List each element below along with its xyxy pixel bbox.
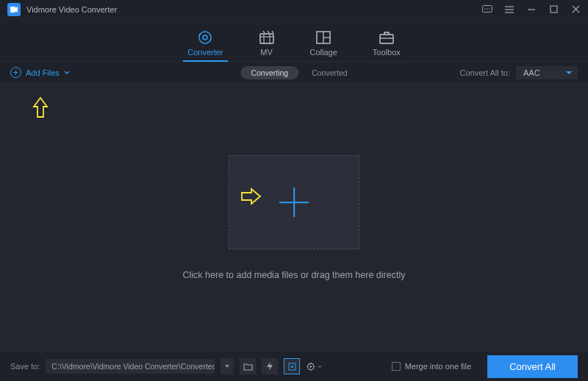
subbar: + Add Files Converting Converted Convert… xyxy=(0,62,588,84)
tab-toolbox[interactable]: Toolbox xyxy=(373,30,401,61)
high-speed-button[interactable] xyxy=(284,358,300,374)
settings-button[interactable] xyxy=(306,358,322,374)
tab-label: Collage xyxy=(310,48,337,57)
tab-converting[interactable]: Converting xyxy=(240,66,298,79)
svg-point-3 xyxy=(487,8,487,9)
maximize-icon[interactable] xyxy=(548,4,559,15)
window-controls xyxy=(482,4,581,15)
collage-icon xyxy=(315,30,331,45)
annotation-arrow-up xyxy=(32,96,49,118)
save-path-field[interactable]: C:\Vidmore\Vidmore Video Converter\Conve… xyxy=(46,359,215,374)
svg-point-12 xyxy=(199,32,211,43)
save-to-label: Save to: xyxy=(10,362,40,371)
tab-label: MV xyxy=(260,48,273,57)
format-selected: AAC xyxy=(523,68,540,77)
titlebar: Vidmore Video Converter xyxy=(0,0,588,19)
minimize-icon[interactable] xyxy=(526,4,537,15)
drop-hint-text: Click here to add media files or drag th… xyxy=(183,270,406,280)
mv-icon xyxy=(259,30,275,45)
convert-all-button[interactable]: Convert All xyxy=(487,355,578,378)
tab-converted[interactable]: Converted xyxy=(312,68,347,77)
open-folder-button[interactable] xyxy=(240,358,256,374)
checkbox-icon xyxy=(392,362,401,371)
footer: Save to: C:\Vidmore\Vidmore Video Conver… xyxy=(0,352,588,381)
converter-icon xyxy=(197,30,213,45)
app-title: Vidmore Video Converter xyxy=(26,5,482,14)
feedback-icon[interactable] xyxy=(482,4,492,15)
svg-rect-18 xyxy=(380,35,393,43)
merge-label: Merge into one file xyxy=(405,362,472,371)
svg-point-23 xyxy=(310,366,312,368)
svg-rect-14 xyxy=(260,34,273,43)
svg-point-4 xyxy=(489,8,490,9)
tab-mv[interactable]: MV xyxy=(259,30,275,61)
menu-icon[interactable] xyxy=(504,4,514,15)
svg-point-2 xyxy=(484,8,485,9)
chevron-down-icon xyxy=(64,71,70,75)
format-dropdown[interactable]: AAC xyxy=(516,66,578,79)
svg-point-21 xyxy=(291,366,293,368)
tab-converter[interactable]: Converter xyxy=(187,30,223,61)
app-logo xyxy=(7,3,21,16)
main-area: Click here to add media files or drag th… xyxy=(0,84,588,352)
main-nav: Converter MV Collage Toolbox xyxy=(0,19,588,62)
tab-collage[interactable]: Collage xyxy=(310,30,337,61)
annotation-arrow-right xyxy=(240,188,262,205)
tab-label: Toolbox xyxy=(373,48,401,57)
plus-circle-icon: + xyxy=(10,67,21,78)
svg-point-13 xyxy=(203,35,207,40)
convert-all-to-label: Convert All to: xyxy=(460,68,510,77)
close-icon[interactable] xyxy=(570,4,581,15)
svg-rect-9 xyxy=(551,6,557,13)
merge-checkbox[interactable]: Merge into one file xyxy=(392,362,472,371)
add-files-button[interactable]: + Add Files xyxy=(10,67,70,78)
status-tabs: Converting Converted xyxy=(240,66,347,79)
plus-icon xyxy=(279,188,309,217)
tab-label: Converter xyxy=(187,48,223,57)
svg-rect-0 xyxy=(10,7,15,13)
toolbox-icon xyxy=(379,30,395,45)
convert-all-to: Convert All to: AAC xyxy=(460,66,578,79)
save-path-dropdown[interactable] xyxy=(220,358,234,374)
hardware-accel-button[interactable] xyxy=(262,358,278,374)
add-files-label: Add Files xyxy=(26,68,60,77)
